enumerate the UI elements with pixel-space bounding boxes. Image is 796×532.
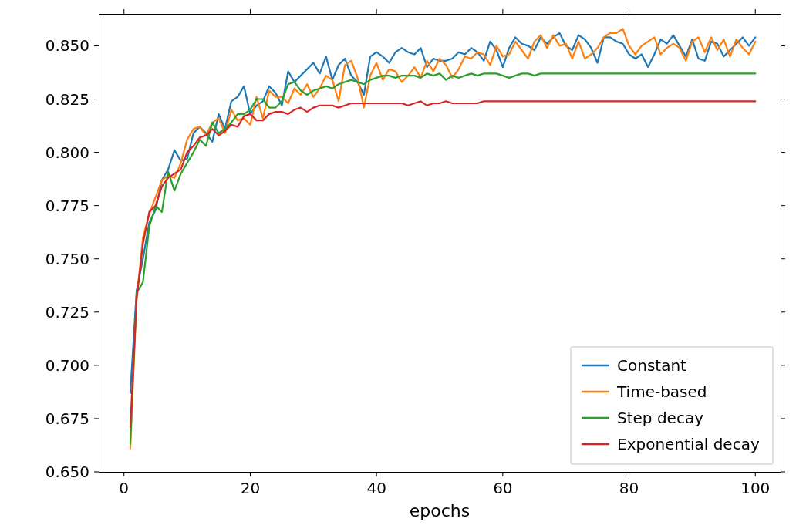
legend-label: Exponential decay [617,435,760,453]
y-tick-label: 0.700 [46,356,89,375]
x-tick-label: 0 [119,479,129,497]
legend-label: Time-based [616,382,707,401]
x-tick-label: 60 [493,479,512,497]
line-chart: 020406080100 0.6500.6750.7000.7250.7500.… [0,0,796,532]
chart-container: 020406080100 0.6500.6750.7000.7250.7500.… [0,0,796,532]
y-tick-label: 0.775 [46,197,89,215]
legend-label: Constant [617,356,686,375]
y-tick-label: 0.725 [46,303,89,322]
legend: ConstantTime-basedStep decayExponential … [571,347,773,464]
x-axis-label: epochs [410,501,470,520]
x-tick-label: 40 [366,479,386,497]
series-constant [130,33,755,393]
y-tick-label: 0.750 [46,250,89,268]
y-tick-label: 0.850 [46,36,89,55]
x-tick-label: 20 [241,479,260,497]
x-tick-label: 80 [619,479,639,497]
y-tick-label: 0.800 [46,143,89,162]
y-tick-label: 0.825 [46,90,89,109]
x-tick-label: 100 [740,479,770,497]
y-tick-label: 0.675 [46,409,89,428]
y-tick-label: 0.650 [46,463,89,481]
legend-label: Step decay [617,409,703,427]
